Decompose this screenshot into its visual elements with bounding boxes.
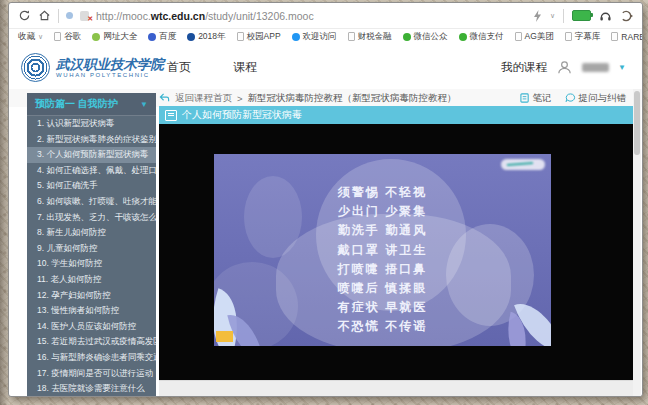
slogan-line: 不恐慌 不传谣	[214, 317, 551, 336]
slogan-line: 有症状 早就医	[214, 298, 551, 317]
bookmark-item[interactable]: 2018年	[187, 31, 225, 43]
return-arrow-icon	[159, 93, 170, 103]
slogan-line: 打喷嚏 捂口鼻	[214, 260, 551, 279]
bookmark-item[interactable]: 财税金融	[348, 31, 392, 43]
battery-saver-icon[interactable]	[572, 10, 591, 21]
bookmark-item[interactable]: RARBG	[611, 32, 642, 42]
bookmark-item[interactable]: 校园APP	[237, 31, 281, 43]
my-courses-link[interactable]: 我的课程	[501, 60, 547, 75]
main-nav: 首页 课程	[167, 45, 257, 89]
site-header: 武汉职业技术学院 WUHAN POLYTECHNIC 首页 课程 我的课程 ▼	[9, 45, 642, 89]
bookmarks-bar: 收藏∨ 谷歌 网址大全 百度 2018年 校园APP 欢迎访问 财税金融 微信公…	[9, 28, 642, 46]
video-slogan-text: 须警惕 不轻视 少出门 少聚集 勤洗手 勤通风 戴口罩 讲卫生 打喷嚏 捂口鼻 …	[214, 183, 551, 337]
page-icon	[565, 32, 572, 41]
lesson-item[interactable]: 5. 如何正确洗手	[27, 178, 156, 194]
courseware-icon	[165, 110, 177, 121]
bookmark-item[interactable]: 微信公众	[403, 31, 448, 43]
scrollbar-thumb[interactable]	[634, 91, 640, 155]
lesson-item[interactable]: 4. 如何正确选择、佩戴、处理口罩	[27, 163, 156, 179]
unit-title-bar: 个人如何预防新型冠状病毒	[159, 106, 633, 124]
bookmark-favorites[interactable]: 收藏∨	[18, 31, 43, 43]
slogan-line: 喷嚏后 慎揉眼	[214, 279, 551, 298]
video-watermark	[501, 159, 545, 170]
lesson-item[interactable]: 13. 慢性病者如何防控	[27, 303, 156, 319]
lesson-item[interactable]: 2. 新型冠状病毒肺炎的症状鉴别与就...	[27, 132, 156, 148]
lesson-item[interactable]: 6. 如何咳嗽、打喷嚏、吐痰才能防止...	[27, 194, 156, 210]
lesson-item[interactable]: 18. 去医院就诊需要注意什么	[27, 381, 156, 396]
lesson-item[interactable]: 15. 若近期去过武汉或疫情高发区应该...	[27, 334, 156, 350]
site-dot-icon	[403, 33, 411, 41]
nav-courses[interactable]: 课程	[233, 59, 257, 76]
toolbar-divider	[563, 9, 564, 23]
breadcrumb-separator: >	[237, 93, 243, 104]
nav-home[interactable]: 首页	[167, 59, 191, 76]
address-bar: http://mooc.wtc.edu.cn/study/unit/13206.…	[9, 3, 642, 29]
username-blurred	[582, 63, 609, 72]
avatar-icon[interactable]	[556, 59, 573, 76]
bookmark-item[interactable]: 微信支付	[459, 31, 504, 43]
lesson-item[interactable]: 8. 新生儿如何防控	[27, 225, 156, 241]
bookmark-item[interactable]: 网址大全	[92, 31, 137, 43]
lesson-item[interactable]: 10. 学生如何防控	[27, 256, 156, 272]
browser-window: http://mooc.wtc.edu.cn/study/unit/13206.…	[8, 2, 643, 397]
site-dot-icon	[92, 33, 100, 41]
lesson-sidebar: 预防篇一 自我防护 ▼ 1. 认识新型冠状病毒 2. 新型冠状病毒肺炎的症状鉴别…	[27, 93, 156, 396]
user-menu-chevron-icon[interactable]: ▼	[618, 63, 626, 72]
site-favicon	[66, 12, 73, 19]
back-to-course-link[interactable]: 返回课程首页	[175, 92, 232, 105]
site-dot-icon	[148, 33, 156, 41]
insecure-lock-icon[interactable]	[80, 11, 89, 21]
bookmark-item[interactable]: 欢迎访问	[292, 31, 337, 43]
slogan-line: 戴口罩 讲卫生	[214, 241, 551, 260]
headphones-icon[interactable]	[599, 10, 612, 22]
school-logo[interactable]: 武汉职业技术学院 WUHAN POLYTECHNIC	[21, 53, 164, 82]
site-dot-icon	[292, 33, 300, 41]
lesson-item[interactable]: 7. 出现发热、乏力、干咳该怎么办	[27, 210, 156, 226]
toolbar-divider	[58, 9, 59, 23]
lesson-item[interactable]: 12. 孕产妇如何防控	[27, 288, 156, 304]
bookmark-item[interactable]: 字幕库	[565, 31, 601, 43]
video-player[interactable]: 须警惕 不轻视 少出门 少聚集 勤洗手 勤通风 戴口罩 讲卫生 打喷嚏 捂口鼻 …	[159, 124, 633, 380]
lesson-item[interactable]: 16. 与新型肺炎确诊患者同乘交通工具...	[27, 350, 156, 366]
url-field[interactable]: http://mooc.wtc.edu.cn/study/unit/13206.…	[96, 10, 314, 22]
page-icon	[348, 32, 355, 41]
slogan-line: 须警惕 不轻视	[214, 183, 551, 202]
bookmark-item[interactable]: AG美团	[515, 31, 554, 43]
home-icon[interactable]	[38, 9, 51, 22]
page-icon	[54, 32, 61, 41]
page-icon	[237, 32, 244, 41]
slogan-line: 少出门 少聚集	[214, 202, 551, 221]
video-controls-strip[interactable]	[159, 380, 633, 397]
notes-button[interactable]: 笔记	[520, 92, 552, 105]
unit-title: 个人如何预防新型冠状病毒	[182, 108, 302, 122]
school-name: 武汉职业技术学院	[56, 57, 164, 71]
site-dot-icon	[187, 33, 195, 41]
qa-button[interactable]: 提问与纠错	[565, 92, 627, 105]
page-icon	[611, 32, 618, 41]
lesson-item[interactable]: 9. 儿童如何防控	[27, 241, 156, 257]
session-restore-icon[interactable]	[620, 10, 633, 22]
sidebar-section-header[interactable]: 预防篇一 自我防护 ▼	[27, 93, 156, 116]
page-icon	[515, 32, 522, 41]
speech-bubble-icon	[565, 93, 576, 103]
flash-plugin-icon[interactable]	[533, 10, 542, 22]
slogan-line: 勤洗手 勤通风	[214, 221, 551, 240]
lesson-item[interactable]: 17. 疫情期间是否可以进行运动	[27, 366, 156, 382]
lesson-item[interactable]: 14. 医护人员应该如何防控	[27, 319, 156, 335]
bookmark-item[interactable]: 谷歌	[54, 31, 81, 43]
school-name-en: WUHAN POLYTECHNIC	[56, 71, 164, 79]
page-scrollbar[interactable]	[633, 89, 641, 396]
refresh-icon[interactable]	[18, 9, 31, 22]
flash-caret-icon[interactable]: ∨	[550, 12, 555, 20]
section-chevron-down-icon: ▼	[140, 100, 148, 109]
course-title: 新型冠状病毒防控教程（新型冠状病毒防控教程）	[248, 92, 457, 105]
school-emblem-icon	[21, 53, 50, 82]
caret-down-icon: ∨	[38, 33, 43, 41]
video-frame[interactable]: 须警惕 不轻视 少出门 少聚集 勤洗手 勤通风 戴口罩 讲卫生 打喷嚏 捂口鼻 …	[214, 154, 551, 346]
site-dot-icon	[459, 33, 467, 41]
lesson-item[interactable]: 1. 认识新型冠状病毒	[27, 116, 156, 132]
lesson-item-active[interactable]: 3. 个人如何预防新型冠状病毒	[27, 147, 156, 163]
lesson-item[interactable]: 11. 老人如何防控	[27, 272, 156, 288]
bookmark-item[interactable]: 百度	[148, 31, 176, 43]
note-icon	[520, 93, 530, 103]
